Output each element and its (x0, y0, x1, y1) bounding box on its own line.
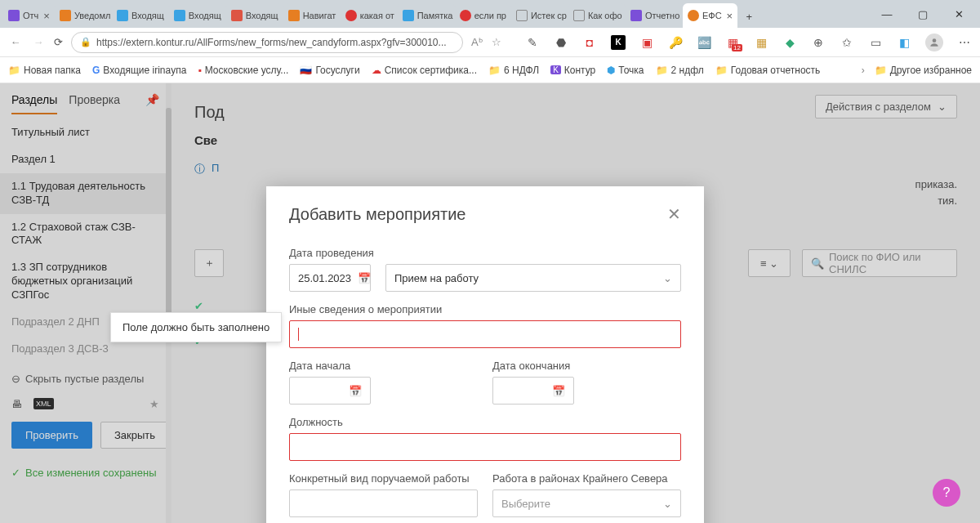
tab-3[interactable]: Входящ (169, 3, 226, 28)
ext-icon-1[interactable]: ✎ (525, 35, 540, 50)
ext-icon-11[interactable]: ⊕ (811, 35, 826, 50)
bookmark-item[interactable]: 📁Новая папка (8, 65, 81, 76)
tab-1[interactable]: Уведомл (55, 3, 112, 28)
event-type-select[interactable]: Прием на работу⌄ (385, 264, 681, 292)
bookmark-item[interactable]: 📁2 ндфл (656, 65, 704, 76)
bookmark-item[interactable]: 🇷🇺Госуслуги (300, 65, 359, 76)
collections-icon[interactable]: ▭ (868, 35, 883, 50)
event-date-input[interactable]: 25.01.2023📅 (289, 264, 371, 292)
address-bar: ← → ⟳ 🔒 https://extern.kontur.ru/AllForm… (0, 28, 980, 57)
profile-avatar[interactable] (925, 34, 943, 51)
bookmarks-overflow[interactable]: › (862, 65, 865, 76)
maximize-button[interactable]: ▢ (905, 2, 941, 26)
tab-0[interactable]: Отч× (3, 3, 55, 28)
ext-icon-7[interactable]: 🔤 (697, 35, 711, 50)
bookmark-item[interactable]: GВходящие irinayпа (92, 65, 186, 76)
tab-active[interactable]: ЕФС× (683, 3, 737, 28)
chevron-down-icon: ⌄ (663, 498, 672, 510)
tab-9[interactable]: Истек ср (511, 3, 568, 28)
tab-6[interactable]: какая от (341, 3, 398, 28)
bookmark-item[interactable]: KКонтур (550, 65, 595, 76)
north-select[interactable]: Выберите⌄ (492, 489, 681, 517)
other-info-input[interactable] (289, 320, 681, 348)
close-icon[interactable]: × (727, 10, 733, 22)
browser-tab-strip: Отч× Уведомл Входящ Входящ Входящ Навига… (0, 0, 980, 28)
favorites-icon[interactable]: ✩ (840, 35, 854, 50)
side-panel-icon[interactable]: ◧ (897, 35, 911, 50)
position-input[interactable] (289, 433, 681, 461)
reader-icon[interactable]: Aᵇ (471, 36, 483, 48)
work-kind-input[interactable] (289, 489, 478, 517)
ext-icon-6[interactable]: 🔑 (668, 35, 683, 50)
forward-button[interactable]: → (31, 36, 46, 48)
bookmark-item[interactable]: ☁Список сертифика... (372, 65, 477, 76)
ext-icon-2[interactable]: ⬣ (554, 35, 568, 50)
field-label: Конкретный вид поручаемой работы (289, 472, 478, 485)
add-event-modal: Добавить мероприятие ✕ Дата проведения 2… (266, 186, 704, 523)
bookmark-item[interactable]: 📁6 НДФЛ (488, 65, 539, 76)
field-label: Должность (289, 416, 681, 428)
new-tab-button[interactable]: + (737, 5, 760, 28)
menu-icon[interactable]: ⋯ (957, 35, 972, 50)
bookmark-item[interactable]: 📁Годовая отчетность (715, 65, 821, 76)
svg-point-0 (933, 38, 937, 42)
bookmark-item[interactable]: ▪Московские услу... (198, 65, 288, 76)
field-label: Работа в районах Крайнего Севера (492, 472, 681, 485)
app-area: Разделы Проверка 📌 Титульный лист Раздел… (0, 83, 980, 523)
ext-icon-3[interactable]: ◘ (582, 35, 597, 50)
close-icon[interactable]: × (43, 10, 50, 22)
back-button[interactable]: ← (8, 36, 23, 48)
tab-8[interactable]: если пр (455, 3, 511, 28)
calendar-icon: 📅 (552, 385, 565, 397)
calendar-icon: 📅 (349, 385, 362, 397)
tab-7[interactable]: Памятка (398, 3, 455, 28)
tab-2[interactable]: Входящ (112, 3, 169, 28)
ext-icon-4[interactable]: K (611, 35, 626, 50)
close-window-button[interactable]: ✕ (941, 2, 977, 26)
reload-button[interactable]: ⟳ (54, 36, 63, 48)
url-text: https://extern.kontur.ru/AllForms/new_fo… (96, 37, 447, 48)
chevron-down-icon: ⌄ (663, 272, 672, 284)
field-label: Иные сведения о мероприятии (289, 303, 681, 315)
modal-close-button[interactable]: ✕ (667, 204, 681, 224)
field-label: Дата начала (289, 360, 478, 372)
tab-5[interactable]: Навигат (283, 3, 341, 28)
ext-icon-8[interactable]: ▦12 (725, 35, 740, 50)
help-fab[interactable]: ? (933, 479, 960, 507)
modal-title: Добавить мероприятие (289, 205, 466, 224)
bookmarks-bar: 📁Новая папка GВходящие irinayпа ▪Московс… (0, 57, 980, 83)
ext-icon-9[interactable]: ▦ (754, 35, 768, 50)
validation-tooltip: Поле должно быть заполнено (110, 312, 282, 342)
window-controls: — ▢ ✕ (869, 0, 977, 28)
star-icon[interactable]: ☆ (492, 36, 501, 48)
lock-icon: 🔒 (80, 37, 91, 47)
ext-icon-5[interactable]: ▣ (639, 35, 654, 50)
field-label: Дата проведения (289, 247, 681, 259)
end-date-input[interactable]: 📅 (492, 377, 574, 405)
start-date-input[interactable]: 📅 (289, 377, 371, 405)
calendar-icon: 📅 (358, 272, 371, 284)
field-label: Дата окончания (492, 360, 681, 372)
tab-4[interactable]: Входящ (226, 3, 283, 28)
bookmark-item[interactable]: ⬢Точка (607, 65, 644, 76)
tab-10[interactable]: Как офо (568, 3, 626, 28)
ext-icon-10[interactable]: ◆ (782, 35, 797, 50)
other-bookmarks[interactable]: 📁Другое избранное (875, 65, 972, 76)
minimize-button[interactable]: — (869, 2, 905, 26)
tab-11[interactable]: Отчетно (626, 3, 683, 28)
url-field[interactable]: 🔒 https://extern.kontur.ru/AllForms/new_… (71, 32, 463, 53)
